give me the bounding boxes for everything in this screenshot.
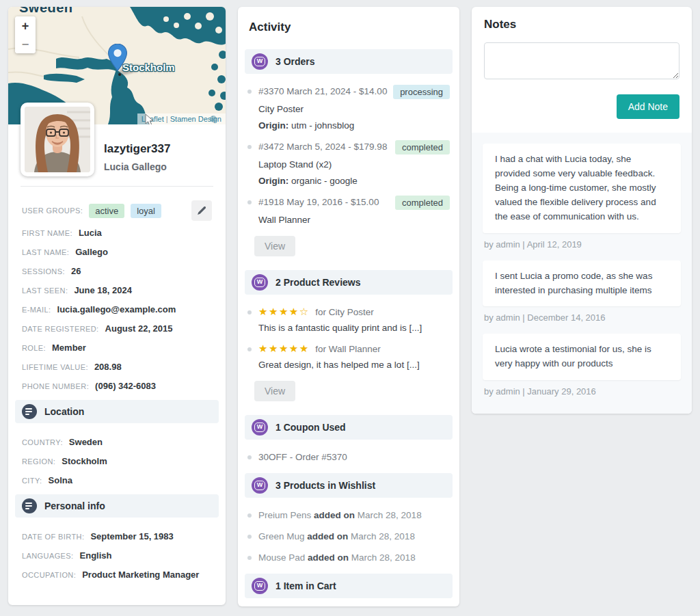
field-row: ROLE: Member bbox=[8, 343, 226, 353]
order-product: Laptop Stand (x2) bbox=[258, 158, 450, 171]
activity-title: Activity bbox=[249, 21, 448, 34]
map-country-label: Sweden bbox=[19, 7, 73, 16]
map-city-label: Stockholm bbox=[122, 62, 175, 73]
order-origin: Origin: organic - google bbox=[258, 174, 450, 187]
bullet-icon bbox=[247, 535, 252, 539]
field-row: CITY: Solna bbox=[8, 475, 226, 485]
review-item: ★★★★☆ for City Poster This is a fantasti… bbox=[238, 306, 459, 334]
attribution-separator: | bbox=[166, 115, 168, 123]
field-row: SESSIONS: 26 bbox=[8, 266, 226, 276]
field-row: LAST NAME: Gallego bbox=[8, 247, 226, 257]
field-row: PHONE NUMBER: (096) 342-6083 bbox=[8, 381, 226, 391]
review-excerpt: This is a fantastic quality print and is… bbox=[258, 321, 450, 334]
zoom-in-button[interactable]: + bbox=[15, 16, 36, 35]
field-row: E-MAIL: lucia.gallego@example.com bbox=[8, 304, 226, 314]
edit-groups-button[interactable] bbox=[191, 200, 212, 221]
notes-panel: Notes Add Note I had a chat with Lucia t… bbox=[472, 7, 692, 414]
field-row: OCCUPATION: Product Marketing Manager bbox=[8, 570, 226, 580]
pencil-icon bbox=[197, 206, 206, 215]
notes-form: Notes Add Note bbox=[472, 7, 692, 133]
bullet-icon bbox=[247, 347, 252, 351]
customer-profile-page: Sweden + − Stockholm Leaflet | Stamen De… bbox=[0, 0, 700, 616]
lines-icon bbox=[22, 498, 37, 513]
status-badge: processing bbox=[393, 85, 450, 99]
city-dot bbox=[118, 73, 121, 76]
username: lazytiger337 bbox=[104, 142, 213, 156]
avatar-portrait bbox=[25, 107, 90, 172]
section-title: Location bbox=[44, 406, 84, 417]
order-item: #3370 March 21, 2024 - $14.00 processing… bbox=[238, 85, 459, 132]
coupon-item: 30OFF - Order #5370 bbox=[238, 451, 459, 464]
customer-card: Sweden + − Stockholm Leaflet | Stamen De… bbox=[8, 7, 226, 605]
note-meta: by admin | December 14, 2016 bbox=[484, 312, 681, 323]
bullet-icon bbox=[247, 513, 252, 518]
woocommerce-icon: W bbox=[252, 274, 268, 291]
field-row: FIRST NAME: Lucia bbox=[8, 228, 226, 238]
mouse-cursor-icon bbox=[145, 113, 154, 124]
note-card: I had a chat with Lucia today, she provi… bbox=[483, 144, 681, 233]
section-title: Personal info bbox=[44, 500, 105, 511]
bullet-icon bbox=[247, 90, 252, 94]
reviews-section-header: W 2 Product Reviews bbox=[245, 270, 453, 295]
bullet-icon bbox=[247, 145, 252, 149]
view-orders-button[interactable]: View bbox=[254, 236, 295, 256]
bullet-icon bbox=[247, 310, 252, 314]
bullet-icon bbox=[247, 556, 252, 560]
coupons-section-header: W 1 Coupon Used bbox=[245, 415, 453, 440]
user-groups-label: USER GROUPS: bbox=[22, 206, 83, 215]
star-rating: ★★★★★ bbox=[258, 343, 310, 354]
divider bbox=[21, 186, 213, 187]
personal-info-section-header: Personal info bbox=[15, 494, 219, 518]
star-rating: ★★★★☆ bbox=[258, 306, 310, 317]
cart-section-header: W 1 Item in Cart bbox=[245, 574, 453, 598]
location-section-header: Location bbox=[15, 400, 219, 423]
view-reviews-button[interactable]: View bbox=[254, 381, 295, 401]
field-row: LIFETIME VALUE: 208.98 bbox=[8, 362, 226, 372]
orders-section-header: W 3 Orders bbox=[245, 49, 453, 74]
note-meta: by admin | January 29, 2016 bbox=[484, 386, 681, 397]
status-badge: completed bbox=[395, 140, 450, 155]
review-excerpt: Great design, it has helped me a lot [..… bbox=[258, 358, 450, 371]
wishlist-item: Mouse Pad added on March 28, 2018 bbox=[238, 551, 459, 564]
user-groups-row: USER GROUPS: active loyal bbox=[8, 200, 226, 221]
order-item: #3472 March 5, 2024 - $179.98 completed … bbox=[238, 140, 459, 187]
order-origin: Origin: utm - johnsblog bbox=[258, 119, 450, 132]
note-meta: by admin | April 12, 2019 bbox=[484, 239, 681, 250]
notes-title: Notes bbox=[484, 18, 679, 31]
group-badge-loyal: loyal bbox=[131, 204, 161, 218]
add-note-button[interactable]: Add Note bbox=[617, 94, 679, 119]
woocommerce-icon: W bbox=[252, 578, 268, 594]
wishlist-item: Green Mug added on March 28, 2018 bbox=[238, 530, 459, 543]
full-name: Lucia Gallego bbox=[104, 161, 213, 172]
review-item: ★★★★★ for Wall Planner Great design, it … bbox=[238, 343, 459, 371]
field-row: REGION: Stockholm bbox=[8, 456, 226, 466]
group-badge-active: active bbox=[89, 204, 124, 218]
woocommerce-icon: W bbox=[252, 477, 268, 494]
field-row: DATE OF BIRTH: September 15, 1983 bbox=[8, 531, 226, 541]
field-row: DATE REGISTERED: August 22, 2015 bbox=[8, 323, 226, 334]
profile-header: lazytiger337 Lucia Gallego bbox=[8, 124, 226, 175]
stamen-link[interactable]: Stamen Design bbox=[170, 115, 221, 123]
map-zoom-control: + − bbox=[15, 16, 36, 53]
note-card: I sent Lucia a promo code, as she was in… bbox=[483, 260, 681, 307]
bullet-icon bbox=[247, 455, 252, 459]
field-row: COUNTRY: Sweden bbox=[8, 437, 226, 447]
wishlist-section-header: W 3 Products in Wishlist bbox=[245, 473, 453, 498]
field-row: LANGUAGES: English bbox=[8, 550, 226, 561]
lines-icon bbox=[22, 404, 37, 419]
bullet-icon bbox=[247, 200, 252, 204]
wishlist-item: Preium Pens added on March 28, 2018 bbox=[238, 509, 459, 522]
note-card: Lucia wrote a testimonial for us, she is… bbox=[483, 334, 681, 380]
activity-panel: Activity W 3 Orders #3370 March 21, 2024… bbox=[238, 7, 459, 606]
order-product: Wall Planner bbox=[258, 213, 450, 226]
status-badge: completed bbox=[395, 196, 450, 210]
order-product: City Poster bbox=[258, 103, 450, 116]
woocommerce-icon: W bbox=[252, 419, 268, 436]
note-input[interactable] bbox=[484, 42, 679, 79]
notes-list: I had a chat with Lucia today, she provi… bbox=[472, 133, 692, 414]
woocommerce-icon: W bbox=[252, 53, 268, 70]
field-row: LAST SEEN: June 18, 2024 bbox=[8, 285, 226, 295]
zoom-out-button[interactable]: − bbox=[15, 35, 36, 53]
avatar bbox=[21, 103, 94, 176]
order-item: #1918 May 19, 2016 - $15.00 completed Wa… bbox=[238, 196, 459, 226]
